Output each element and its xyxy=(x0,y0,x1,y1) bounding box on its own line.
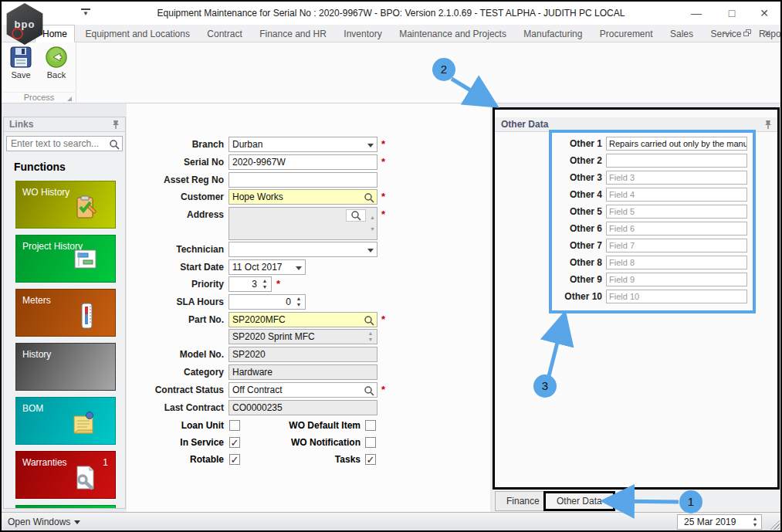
sidebar-item-warranties[interactable]: Warranties 1 xyxy=(15,451,116,499)
window-title: Equipment Maintenance for Serial No : 20… xyxy=(102,2,680,25)
sidebar-item-wo-history[interactable]: WO History xyxy=(15,181,116,229)
pin-icon[interactable] xyxy=(111,120,120,130)
back-arrow-icon xyxy=(45,46,68,69)
links-sidebar: Links Functions WO History Project Histo… xyxy=(3,117,126,509)
ribbon-close-button[interactable]: ✕ xyxy=(759,27,776,41)
title-bar: ▼ Equipment Maintenance for Serial No : … xyxy=(2,2,780,25)
logo-ring xyxy=(12,28,23,39)
pin-icon[interactable] xyxy=(763,120,773,130)
ribbon-minimize-button[interactable]: — xyxy=(719,27,736,41)
thermometer-icon xyxy=(75,302,98,332)
contract-status-lookup-field[interactable]: Off Contract xyxy=(229,382,377,398)
sla-hours-spinner[interactable]: 0▲▼ xyxy=(229,294,306,310)
back-button-label: Back xyxy=(47,70,66,80)
tab-finance[interactable]: Finance xyxy=(495,491,551,511)
ribbon-tab-procurement[interactable]: Procurement xyxy=(593,25,660,43)
window-close-button[interactable]: ✕ xyxy=(751,2,777,25)
resize-grip[interactable] xyxy=(769,519,780,530)
search-input[interactable] xyxy=(9,137,107,150)
ribbon-tab-finance-and-hr[interactable]: Finance and HR xyxy=(252,25,333,43)
category-field: Hardware xyxy=(229,364,377,380)
search-icon[interactable] xyxy=(364,385,374,398)
wo-default-item-checkbox[interactable] xyxy=(365,420,376,431)
window-minimize-button[interactable]: — xyxy=(683,2,709,25)
search-icon[interactable] xyxy=(364,315,374,327)
tasks-label: Tasks xyxy=(242,453,361,466)
history-label: History xyxy=(22,349,51,360)
spinner-arrows-icon[interactable]: ▲▼ xyxy=(260,278,269,290)
warranties-label: Warranties xyxy=(22,457,67,468)
address-label: Address xyxy=(127,207,224,222)
process-group: Save Back Process xyxy=(2,42,76,103)
date-editor[interactable]: 25 Mar 2019▲▼ xyxy=(677,514,762,530)
branch-dropdown[interactable]: Durban xyxy=(229,137,377,152)
sidebar-item-history[interactable]: History xyxy=(15,343,116,391)
priority-label: Priority xyxy=(127,276,224,292)
ribbon-tab-maintenance-and-projects[interactable]: Maintenance and Projects xyxy=(392,25,513,43)
ribbon-tab-sales[interactable]: Sales xyxy=(663,25,700,43)
sidebar-search xyxy=(6,136,123,151)
loan-unit-label: Loan Unit xyxy=(127,419,224,432)
model-no-field: SP2020 xyxy=(229,347,377,362)
customer-lookup-field[interactable]: Hope Works xyxy=(229,189,377,205)
priority-spinner[interactable]: 3▲▼ xyxy=(229,276,272,292)
contract-status-label: Contract Status xyxy=(127,382,224,398)
ribbon-tab-inventory[interactable]: Inventory xyxy=(337,25,388,43)
back-button[interactable]: Back xyxy=(40,46,73,80)
address-field[interactable]: ▲ ▼ xyxy=(229,207,377,240)
loan-unit-checkbox[interactable] xyxy=(229,420,240,431)
tasks-checkbox[interactable]: ✓ xyxy=(365,454,376,465)
save-button-label: Save xyxy=(11,70,30,80)
start-date-label: Start Date xyxy=(127,259,224,275)
wo-notification-label: WO Notification xyxy=(242,436,361,449)
address-search-button[interactable] xyxy=(346,209,366,222)
tab-other-data[interactable]: Other Data xyxy=(543,491,615,511)
rotable-checkbox[interactable]: ✓ xyxy=(229,454,240,465)
window-maximize-button[interactable]: □ xyxy=(719,2,745,25)
functions-section-title: Functions xyxy=(14,161,125,173)
part-no-label: Part No. xyxy=(127,312,224,327)
spinner-arrows-icon[interactable]: ▲▼ xyxy=(294,296,303,308)
group-expand-icon[interactable] xyxy=(67,97,72,101)
start-date-picker[interactable]: 11 Oct 2017 xyxy=(229,259,306,275)
sidebar-item-bom[interactable]: BOM xyxy=(15,397,116,445)
ribbon-tab-manufacturing[interactable]: Manufacturing xyxy=(516,25,589,43)
spinner-arrows-icon[interactable]: ▲▼ xyxy=(366,330,375,343)
ribbon-tab-contract[interactable]: Contract xyxy=(200,25,249,43)
ribbon-body: Save Back Process xyxy=(2,42,780,103)
callout-2: 2 xyxy=(432,58,455,81)
spinner-arrows-icon[interactable]: ▲▼ xyxy=(750,516,760,528)
bom-label: BOM xyxy=(22,403,43,414)
part-no-lookup-field[interactable]: SP2020MFC xyxy=(229,312,377,327)
required-marker: * xyxy=(381,384,385,395)
required-marker: * xyxy=(276,278,280,290)
wo-notification-checkbox[interactable] xyxy=(365,437,376,448)
sidebar-item-meters[interactable]: Meters xyxy=(15,289,116,337)
chevron-down-icon xyxy=(367,249,374,252)
asset-reg-no-label: Asset Reg No xyxy=(127,172,224,188)
ribbon-tab-equipment-and-locations[interactable]: Equipment and Locations xyxy=(78,25,196,43)
serial-no-label: Serial No xyxy=(127,154,224,170)
technician-dropdown[interactable] xyxy=(229,242,377,257)
search-icon[interactable] xyxy=(364,192,374,205)
in-service-label: In Service xyxy=(127,436,224,449)
search-icon[interactable] xyxy=(109,139,120,153)
technician-label: Technician xyxy=(127,242,224,257)
required-marker: * xyxy=(381,156,385,168)
open-windows-dropdown[interactable]: Open Windows xyxy=(8,513,80,531)
scroll-down-icon[interactable]: ▼ xyxy=(370,222,375,236)
restore-icon xyxy=(743,29,751,36)
quick-access-toolbar-icon[interactable]: ▼ xyxy=(81,8,90,18)
sidebar-item-clipped[interactable] xyxy=(15,505,116,509)
in-service-checkbox[interactable]: ✓ xyxy=(229,437,240,448)
customer-label: Customer xyxy=(127,189,224,205)
model-no-label: Model No. xyxy=(127,347,224,362)
category-label: Category xyxy=(127,364,224,380)
sidebar-item-project-history[interactable]: Project History xyxy=(15,235,116,283)
serial-no-field[interactable]: 2020-9967W xyxy=(229,154,377,170)
required-marker: * xyxy=(381,208,385,220)
annotation-highlight-rect xyxy=(549,130,756,313)
ribbon-restore-button[interactable] xyxy=(739,27,756,41)
asset-reg-no-field[interactable] xyxy=(229,172,377,188)
save-button[interactable]: Save xyxy=(5,46,37,80)
